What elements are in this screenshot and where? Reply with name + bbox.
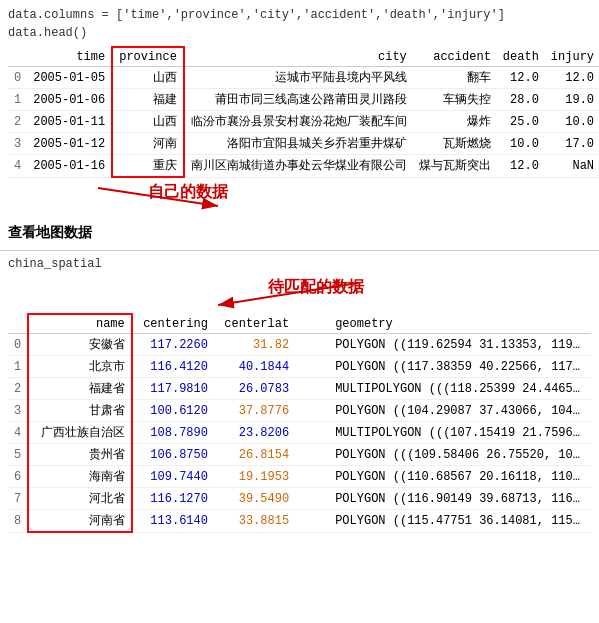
bottom-table-cell: POLYGON ((117.38359 40.22566, 117.37170 … <box>295 356 591 378</box>
bottom-table-cell: 3 <box>8 400 28 422</box>
bottom-table-cell: POLYGON ((119.62594 31.13353, 119.64401 … <box>295 334 591 356</box>
top-table-row: 32005-01-12河南洛阳市宜阳县城关乡乔岩重井煤矿瓦斯燃烧10.017.0 <box>8 133 599 155</box>
th-accident: accident <box>413 47 497 67</box>
th-city: city <box>184 47 413 67</box>
bottom-table-cell: 贵州省 <box>28 444 132 466</box>
bottom-table-cell: 109.7440 <box>132 466 214 488</box>
bottom-table-cell: POLYGON ((110.68567 20.16118, 110.70075 … <box>295 466 591 488</box>
code-line-2: data.head() <box>8 24 591 42</box>
bottom-table-cell: 安徽省 <box>28 334 132 356</box>
top-table-cell: 煤与瓦斯突出 <box>413 155 497 178</box>
top-table-cell: 瓦斯燃烧 <box>413 133 497 155</box>
bottom-table-cell: POLYGON (((109.58406 26.75520, 109.57888… <box>295 444 591 466</box>
top-table-container: time province city accident death injury… <box>0 46 599 178</box>
bth-index <box>8 314 28 334</box>
bth-geometry: geometry <box>295 314 591 334</box>
bth-centerlat: centerlat <box>214 314 295 334</box>
bottom-table-cell: 39.5490 <box>214 488 295 510</box>
top-table-row: 02005-01-05山西运城市平陆县境内平风线翻车12.012.0 <box>8 67 599 89</box>
bottom-table-cell: 31.82 <box>214 334 295 356</box>
top-table-cell: 福建 <box>112 89 184 111</box>
bottom-table-cell: POLYGON ((116.90149 39.68713, 116.88243 … <box>295 488 591 510</box>
annotation1-text: 自己的数据 <box>148 182 228 203</box>
top-table-cell: 1 <box>8 89 27 111</box>
top-table-cell: 临汾市襄汾县景安村襄汾花炮厂装配车间 <box>184 111 413 133</box>
bottom-table-cell: 100.6120 <box>132 400 214 422</box>
bottom-table-row: 3甘肃省100.612037.8776POLYGON ((104.29087 3… <box>8 400 591 422</box>
top-table-cell: 2005-01-16 <box>27 155 112 178</box>
bottom-table-cell: 23.8206 <box>214 422 295 444</box>
th-index <box>8 47 27 67</box>
bottom-table-row: 6海南省109.744019.1953POLYGON ((110.68567 2… <box>8 466 591 488</box>
bottom-table-cell: 河南省 <box>28 510 132 533</box>
bottom-table-cell: 7 <box>8 488 28 510</box>
code-line-1: data.columns = ['time','province','city'… <box>8 6 591 24</box>
bottom-table-cell: 福建省 <box>28 378 132 400</box>
th-time: time <box>27 47 112 67</box>
bottom-table-cell: 117.2260 <box>132 334 214 356</box>
th-death: death <box>497 47 545 67</box>
bottom-table-cell: 113.6140 <box>132 510 214 533</box>
section2-header: 查看地图数据 <box>0 218 599 246</box>
china-spatial-label: china_spatial <box>0 255 599 275</box>
bottom-table-cell: 40.1844 <box>214 356 295 378</box>
bottom-table-cell: 1 <box>8 356 28 378</box>
bottom-table-row: 1北京市116.412040.1844POLYGON ((117.38359 4… <box>8 356 591 378</box>
top-table-cell: 12.0 <box>497 155 545 178</box>
bottom-table-cell: 37.8776 <box>214 400 295 422</box>
bottom-table-cell: 116.1270 <box>132 488 214 510</box>
bottom-table-cell: 5 <box>8 444 28 466</box>
top-table-cell: 10.0 <box>545 111 599 133</box>
bottom-table-row: 0安徽省117.226031.82POLYGON ((119.62594 31.… <box>8 334 591 356</box>
top-table-cell: 0 <box>8 67 27 89</box>
top-table-cell: 莆田市同三线高速公路莆田灵川路段 <box>184 89 413 111</box>
bottom-table-cell: 8 <box>8 510 28 533</box>
top-table-cell: 南川区南城街道办事处云华煤业有限公司 <box>184 155 413 178</box>
top-table-cell: NaN <box>545 155 599 178</box>
bottom-table-row: 7河北省116.127039.5490POLYGON ((116.90149 3… <box>8 488 591 510</box>
top-table-cell: 28.0 <box>497 89 545 111</box>
bth-centering: centering <box>132 314 214 334</box>
bth-name: name <box>28 314 132 334</box>
bottom-table-cell: 甘肃省 <box>28 400 132 422</box>
top-table-row: 22005-01-11山西临汾市襄汾县景安村襄汾花炮厂装配车间爆炸25.010.… <box>8 111 599 133</box>
bottom-table-cell: 海南省 <box>28 466 132 488</box>
top-table-cell: 3 <box>8 133 27 155</box>
top-table-cell: 17.0 <box>545 133 599 155</box>
bottom-table-cell: 116.4120 <box>132 356 214 378</box>
bottom-table-cell: 26.8154 <box>214 444 295 466</box>
annotation2-box: 待匹配的数据 <box>8 275 591 313</box>
top-table-cell: 2005-01-12 <box>27 133 112 155</box>
top-table-cell: 19.0 <box>545 89 599 111</box>
top-table-row: 12005-01-06福建莆田市同三线高速公路莆田灵川路段车辆失控28.019.… <box>8 89 599 111</box>
top-table-cell: 12.0 <box>497 67 545 89</box>
top-table-cell: 山西 <box>112 67 184 89</box>
top-table-cell: 12.0 <box>545 67 599 89</box>
top-table-cell: 重庆 <box>112 155 184 178</box>
top-table-cell: 10.0 <box>497 133 545 155</box>
top-table-cell: 山西 <box>112 111 184 133</box>
bottom-table-container: name centering centerlat geometry 0安徽省11… <box>0 313 599 533</box>
bottom-table-cell: MULTIPOLYGON (((107.15419 21.75961, 107.… <box>295 422 591 444</box>
th-province: province <box>112 47 184 67</box>
top-table-cell: 2005-01-06 <box>27 89 112 111</box>
bottom-table-cell: 6 <box>8 466 28 488</box>
th-injury: injury <box>545 47 599 67</box>
top-table-row: 42005-01-16重庆南川区南城街道办事处云华煤业有限公司煤与瓦斯突出12.… <box>8 155 599 178</box>
top-table-cell: 2 <box>8 111 27 133</box>
bottom-table-cell: 117.9810 <box>132 378 214 400</box>
bottom-table-row: 8河南省113.614033.8815POLYGON ((115.47751 3… <box>8 510 591 533</box>
top-table-cell: 爆炸 <box>413 111 497 133</box>
bottom-table-cell: 106.8750 <box>132 444 214 466</box>
top-table-cell: 翻车 <box>413 67 497 89</box>
annotation2-text: 待匹配的数据 <box>268 277 364 298</box>
bottom-table-row: 5贵州省106.875026.8154POLYGON (((109.58406 … <box>8 444 591 466</box>
bottom-table: name centering centerlat geometry 0安徽省11… <box>8 313 591 533</box>
bottom-table-cell: 26.0783 <box>214 378 295 400</box>
top-table-cell: 4 <box>8 155 27 178</box>
bottom-table-cell: 4 <box>8 422 28 444</box>
bottom-table-row: 4广西壮族自治区108.789023.8206MULTIPOLYGON (((1… <box>8 422 591 444</box>
top-table-cell: 2005-01-05 <box>27 67 112 89</box>
code-section: data.columns = ['time','province','city'… <box>0 0 599 46</box>
top-table-cell: 运城市平陆县境内平风线 <box>184 67 413 89</box>
